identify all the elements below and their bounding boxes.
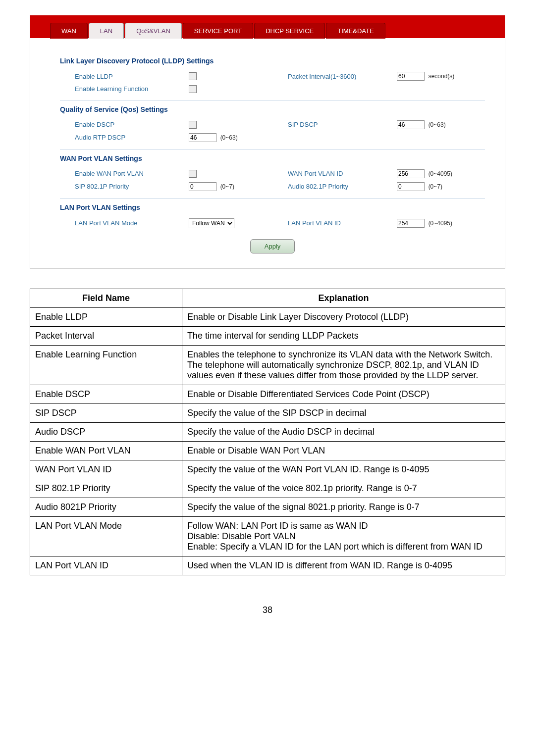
table-cell-field: Audio 8021P Priority <box>30 498 182 516</box>
divider <box>60 100 485 101</box>
audio-rtp-dscp-hint: (0~63) <box>220 134 238 141</box>
lldp-section-head: Link Layer Discovery Protocol (LLDP) Set… <box>60 57 485 65</box>
table-cell-explanation: Specify the value of the WAN Port VLAN I… <box>182 460 505 479</box>
tab-dhcp-service[interactable]: DHCP SERVICE <box>254 23 325 39</box>
enable-dscp-label: Enable DSCP <box>60 121 189 128</box>
table-cell-explanation: Enable or Disable WAN Port VLAN <box>182 441 505 460</box>
divider <box>60 149 485 150</box>
lan-vlan-mode-label: LAN Port VLAN Mode <box>60 219 189 227</box>
packet-interval-input[interactable] <box>397 72 425 81</box>
qos-section-head: Quality of Service (Qos) Settings <box>60 105 485 113</box>
table-cell-explanation: Specify the value of the Audio DSCP in d… <box>182 422 505 441</box>
wan-vlan-id-hint: (0~4095) <box>428 170 452 177</box>
lan-vlan-mode-select[interactable]: Follow WAN <box>189 218 234 228</box>
audio-8021p-hint: (0~7) <box>428 183 442 190</box>
tab-qos[interactable]: QoS&VLAN <box>125 23 182 39</box>
table-cell-explanation: Specify the value of the SIP DSCP in dec… <box>182 403 505 422</box>
table-cell-field: SIP DSCP <box>30 403 182 422</box>
wan-vlan-id-label: WAN Port VLAN ID <box>288 170 397 177</box>
tab-lan[interactable]: LAN <box>89 23 124 39</box>
sip-8021p-label: SIP 802.1P Priority <box>60 183 189 190</box>
table-cell-field: Packet Interval <box>30 326 182 345</box>
table-cell-explanation: Specify the value of the signal 8021.p p… <box>182 498 505 516</box>
table-cell-explanation: Enable or Disable Differentiated Service… <box>182 385 505 403</box>
table-cell-field: Audio DSCP <box>30 422 182 441</box>
enable-wan-vlan-label: Enable WAN Port VLAN <box>60 170 189 177</box>
table-cell-explanation: Enables the telephone to synchronize its… <box>182 345 505 385</box>
tab-time-date[interactable]: TIME&DATE <box>326 23 385 39</box>
explanation-table: Field Name Explanation Enable LLDPEnable… <box>30 289 505 575</box>
table-cell-explanation: Specify the value of the voice 802.1p pr… <box>182 479 505 498</box>
page-number: 38 <box>30 605 505 615</box>
lan-vlan-section-head: LAN Port VLAN Settings <box>60 203 485 211</box>
table-cell-field: SIP 802.1P Priority <box>30 479 182 498</box>
col-field-name: Field Name <box>30 289 182 307</box>
table-cell-explanation: Follow WAN: LAN Port ID is same as WAN I… <box>182 516 505 556</box>
col-explanation: Explanation <box>182 289 505 307</box>
table-cell-explanation: Enable or Disable Link Layer Discovery P… <box>182 307 505 326</box>
table-cell-explanation: The time interval for sending LLDP Packe… <box>182 326 505 345</box>
sip-dscp-hint: (0~63) <box>428 121 446 128</box>
audio-8021p-label: Audio 802.1P Priority <box>288 183 397 190</box>
apply-button[interactable]: Apply <box>250 239 295 253</box>
enable-dscp-checkbox[interactable] <box>189 121 197 129</box>
packet-interval-label: Packet Interval(1~3600) <box>288 73 397 80</box>
divider <box>60 198 485 199</box>
sip-dscp-input[interactable] <box>397 120 425 129</box>
lan-vlan-id-label: LAN Port VLAN ID <box>288 219 397 227</box>
table-cell-field: Enable LLDP <box>30 307 182 326</box>
packet-interval-unit: second(s) <box>428 73 455 80</box>
wan-vlan-id-input[interactable] <box>397 169 425 178</box>
audio-rtp-dscp-label: Audio RTP DSCP <box>60 134 189 141</box>
audio-rtp-dscp-input[interactable] <box>189 133 216 142</box>
tab-bar: WAN LAN QoS&VLAN SERVICE PORT DHCP SERVI… <box>30 15 505 38</box>
enable-lldp-checkbox[interactable] <box>189 72 197 80</box>
table-cell-explanation: Used when the VLAN ID is different from … <box>182 556 505 575</box>
table-cell-field: WAN Port VLAN ID <box>30 460 182 479</box>
enable-lldp-label: Enable LLDP <box>60 73 189 80</box>
enable-learning-label: Enable Learning Function <box>60 85 189 93</box>
table-cell-field: LAN Port VLAN ID <box>30 556 182 575</box>
tab-wan[interactable]: WAN <box>50 23 88 39</box>
table-cell-field: LAN Port VLAN Mode <box>30 516 182 556</box>
wan-vlan-section-head: WAN Port VLAN Settings <box>60 154 485 162</box>
table-cell-field: Enable Learning Function <box>30 345 182 385</box>
enable-wan-vlan-checkbox[interactable] <box>189 170 197 178</box>
sip-8021p-hint: (0~7) <box>220 183 234 190</box>
table-cell-field: Enable DSCP <box>30 385 182 403</box>
tab-service-port[interactable]: SERVICE PORT <box>183 23 253 39</box>
sip-8021p-input[interactable] <box>189 182 216 191</box>
sip-dscp-label: SIP DSCP <box>288 121 397 128</box>
lan-vlan-id-input[interactable] <box>397 219 425 228</box>
audio-8021p-input[interactable] <box>397 182 425 191</box>
enable-learning-checkbox[interactable] <box>189 85 197 93</box>
table-cell-field: Enable WAN Port VLAN <box>30 441 182 460</box>
lan-vlan-id-hint: (0~4095) <box>428 220 452 227</box>
settings-screenshot: WAN LAN QoS&VLAN SERVICE PORT DHCP SERVI… <box>30 15 505 269</box>
